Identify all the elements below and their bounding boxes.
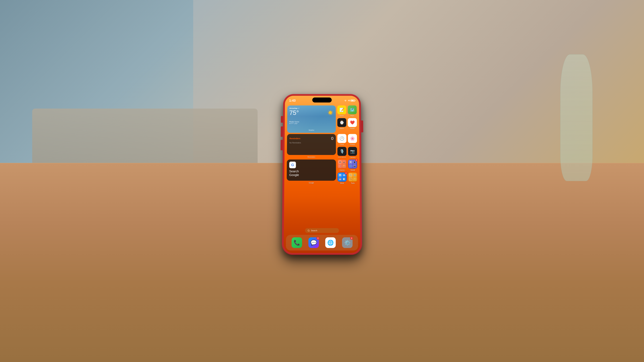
weather-label: Weather (289, 129, 334, 131)
weather-sun-icon: ☀️ (327, 110, 334, 116)
work-folder-item[interactable]: 2 📊 📧 📅 📝 Work (338, 172, 346, 184)
maps-app-item[interactable]: 🗺️ Maps (348, 106, 357, 116)
reminders-title: Reminders (290, 137, 300, 140)
google-logo: G (289, 162, 296, 168)
work-badge: 2 (345, 172, 347, 174)
weather-high-low: H:77° L:62° (289, 122, 334, 124)
dock: 📞 💬 1 🌐 (286, 235, 358, 250)
chrome-dock-icon[interactable]: 🌐 (325, 237, 336, 248)
home-screen-content: Arrochar ↗ 75° ☀️ Mostly Sunny H:77° L:6… (284, 104, 360, 234)
camera-app-item[interactable]: 📷 Camera (348, 147, 357, 158)
voicememos-icon[interactable]: 🎙️ (337, 147, 346, 156)
work-folder-icon[interactable]: 2 📊 📧 📅 📝 (338, 172, 346, 182)
work-tools-row: 2 📊 📧 📅 📝 Work (338, 172, 358, 184)
status-icons: 4G (344, 100, 355, 102)
watch-health-row: ⌚ Watch ❤️ Health (337, 118, 357, 129)
dynamic-island (312, 98, 332, 102)
middle-section: Reminders 0 No Reminders Reminders (287, 134, 357, 158)
health-icon[interactable]: ❤️ (348, 118, 357, 127)
notes-label: Notes (340, 115, 344, 116)
tools-folder-item[interactable]: 🔧 ⚙️ 🔨 🔑 Tools (348, 172, 358, 184)
reminders-count: 0 (331, 136, 334, 141)
clock-label: Clock (340, 144, 344, 145)
watch-app-item[interactable]: ⌚ Watch (337, 118, 346, 129)
games-folder-item[interactable]: 🎮 🕹️ 🎯 🏆 Games (338, 160, 346, 171)
svg-line-1 (309, 231, 310, 232)
voicememos-app-item[interactable]: 🎙️ Voice Memos (337, 147, 346, 158)
voicememos-label: Voice Memos (338, 156, 346, 158)
right-app-column: 📝 Notes 🗺️ Maps (337, 106, 357, 133)
watch-label: Watch (340, 128, 344, 129)
watch-icon[interactable]: ⌚ (337, 118, 346, 127)
social-folder-item[interactable]: 6 💬 📱 🐦 📸 Social (348, 160, 357, 171)
weather-widget[interactable]: Arrochar ↗ 75° ☀️ Mostly Sunny H:77° L:6… (287, 106, 336, 133)
settings-badge: 2 (350, 237, 353, 240)
social-badge: 6 (355, 159, 358, 162)
reminders-section: Reminders 0 No Reminders Reminders (287, 134, 336, 158)
health-app-item[interactable]: ❤️ Health (348, 118, 357, 129)
tools-label: Tools (351, 182, 355, 184)
games-label: Games (340, 169, 345, 171)
vase (560, 54, 592, 181)
reminders-label: Reminders (308, 156, 315, 158)
camera-label: Camera (350, 156, 356, 158)
search-bar-text: Search (311, 230, 317, 232)
weather-temperature: 75° (289, 110, 334, 116)
social-label: Social (350, 169, 355, 171)
google-label: Google (309, 182, 314, 184)
photos-label: Photos (350, 144, 355, 145)
maps-label: Maps (350, 115, 354, 116)
wifi-icon (344, 100, 347, 102)
notes-icon[interactable]: 📝 (337, 106, 346, 114)
google-widget[interactable]: G Search Google (287, 160, 336, 181)
search-bar[interactable]: Search (305, 228, 339, 233)
messenger-badge: 1 (316, 237, 320, 240)
phone-dock-icon[interactable]: 📞 (292, 237, 302, 248)
volume-down-button[interactable] (280, 140, 283, 150)
google-section: G Search Google Google (286, 160, 336, 184)
camera-icon[interactable]: 📷 (348, 147, 357, 156)
notes-app-item[interactable]: 📝 Notes (337, 106, 346, 116)
battery-icon: 4G (348, 100, 355, 102)
search-icon (308, 230, 310, 232)
phone-screen: 1:43 4G (284, 96, 360, 253)
photos-icon[interactable]: 🌸 (348, 134, 357, 143)
phone: 1:43 4G (282, 94, 362, 255)
clock-icon[interactable]: 🕐 (337, 134, 346, 143)
power-button[interactable] (361, 120, 363, 132)
maps-icon[interactable]: 🗺️ (348, 106, 357, 114)
phone-body: 1:43 4G (282, 94, 362, 255)
reminders-header: Reminders 0 (290, 136, 334, 141)
bottom-section: G Search Google Google (286, 160, 357, 184)
phone-dock-item[interactable]: 📞 (292, 237, 302, 248)
clock-app-item[interactable]: 🕐 Clock (337, 134, 346, 145)
weather-condition: Mostly Sunny (289, 121, 334, 122)
mute-switch[interactable] (281, 116, 283, 123)
google-search-text: Search Google (289, 170, 299, 177)
settings-dock-item[interactable]: ⚙️ 2 (342, 237, 352, 248)
status-time: 1:43 (289, 99, 296, 102)
svg-point-0 (308, 230, 309, 231)
social-folder-icon[interactable]: 6 💬 📱 🐦 📸 (348, 160, 357, 168)
messenger-dock-item[interactable]: 💬 1 (308, 237, 319, 248)
volume-up-button[interactable] (281, 126, 283, 137)
notes-maps-row: 📝 Notes 🗺️ Maps (337, 106, 357, 116)
reminders-widget[interactable]: Reminders 0 No Reminders (287, 134, 336, 155)
health-label: Health (350, 128, 355, 129)
work-label: Work (340, 182, 344, 184)
top-row: Arrochar ↗ 75° ☀️ Mostly Sunny H:77° L:6… (287, 106, 357, 133)
games-folder-icon[interactable]: 🎮 🕹️ 🎯 🏆 (338, 160, 346, 168)
weather-city: Arrochar ↗ (289, 107, 334, 110)
reminders-empty-text: No Reminders (289, 142, 334, 144)
photos-app-item[interactable]: 🌸 Photos (348, 134, 357, 145)
folders-col: 🎮 🕹️ 🎯 🏆 Games 6 (338, 160, 358, 184)
clock-photos-row: 🕐 Clock 🌸 Photos (337, 134, 357, 145)
right-icons-col: 🕐 Clock 🌸 Photos (337, 134, 357, 158)
voicememos-camera-row: 🎙️ Voice Memos 📷 Camera (337, 147, 357, 158)
tools-folder-icon[interactable]: 🔧 ⚙️ 🔨 🔑 (348, 172, 357, 182)
games-social-row: 🎮 🕹️ 🎯 🏆 Games 6 (338, 160, 357, 171)
chrome-dock-item[interactable]: 🌐 (325, 237, 336, 248)
